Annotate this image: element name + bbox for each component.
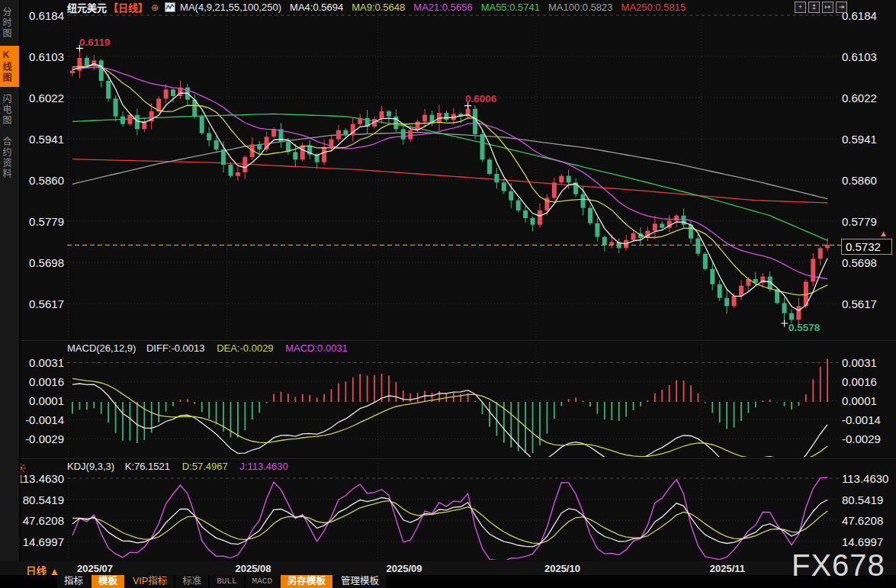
axis-scale-up-icon[interactable]: ↥ [808, 2, 820, 13]
high-annotation-sept: 0.6006 [465, 93, 496, 104]
kdj-label-right: 14.6997 [842, 535, 895, 548]
price-label-right: 0.5941 [842, 133, 895, 146]
bottom-tab-[interactable]: 管理模板 [334, 575, 386, 588]
price-label-left: 0.6103 [21, 50, 64, 63]
price-label-right: 0.5617 [842, 297, 895, 310]
high-annotation-july: 0.6119 [79, 37, 111, 48]
macd-label-left: 0.0031 [21, 356, 64, 369]
ma-chart-icon[interactable] [165, 2, 175, 12]
macd-dea-value: DEA:-0.0029 [217, 342, 273, 354]
price-label-right: 0.6103 [842, 50, 895, 63]
macd-label-right: -0.0014 [842, 413, 895, 426]
chart-header: 纽元美元 【日线】 ⊕ MA(4,9,21,55,100,250) MA4:0.… [67, 2, 686, 13]
macd-label-right: 0.0001 [842, 394, 895, 407]
period-tag[interactable]: 【日线】 [108, 0, 148, 14]
kdj-label-right: 80.5419 [842, 493, 895, 506]
current-price-label: 0.5732 [841, 239, 892, 255]
sidebar-item-tab[interactable]: 闪电图 [0, 90, 19, 130]
month-label: 2025/10 [544, 563, 580, 574]
kdj-j-value: J:113.4630 [239, 461, 287, 472]
sidebar: 分时图K线图闪电图合约资料 [0, 0, 21, 561]
price-label-right: 0.5860 [842, 174, 895, 187]
ma-value-label: MA4:0.5694 [290, 2, 343, 13]
ma-value-label: MA100:0.5823 [548, 2, 613, 13]
ma-value-label: MA55:0.5741 [481, 2, 540, 13]
bottom-tab-[interactable]: 标准 [175, 575, 208, 588]
bottom-tabs-row: 指标模板VIP指标标准BULLMACD另存模板管理模板 [0, 575, 896, 588]
macd-label-left: -0.0014 [21, 413, 64, 426]
ma-value-label: MA250:0.5815 [621, 2, 686, 13]
macd-label-left: 0.0001 [21, 394, 64, 407]
month-label: 2025/09 [386, 563, 422, 574]
price-marker-icon: ▲ [879, 229, 888, 238]
sidebar-item-tab[interactable]: 合约资料 [0, 133, 19, 183]
month-label: 2025/07 [77, 563, 113, 574]
kdj-label-right: 47.6208 [842, 514, 895, 527]
price-label-right: 0.5698 [842, 256, 895, 269]
kdj-label-right: 113.4630 [842, 472, 895, 485]
macd-label-left: 0.0016 [21, 375, 64, 388]
kdj-header: KDJ(9,3,3) K:76.1521 D:57.4967 J:113.463… [67, 461, 288, 472]
ma-value-label: MA21:0.5656 [413, 2, 472, 13]
collapse-panel-icon[interactable]: ⇥ [836, 2, 847, 13]
kdj-d-value: D:57.4967 [182, 461, 228, 472]
macd-panel [72, 358, 827, 466]
kdj-k-value: K:76.1521 [125, 461, 170, 472]
symbol-title: 纽元美元 [67, 0, 107, 14]
price-label-left: 0.5779 [21, 215, 64, 228]
month-label: 2025/11 [710, 563, 745, 574]
bottom-tab-BULL[interactable]: BULL [210, 575, 243, 588]
price-label-left: 0.6022 [21, 92, 64, 104]
price-label-left: 0.5941 [21, 133, 64, 146]
axis-scale-right-icon[interactable]: ↦ [822, 2, 833, 13]
macd-label-right: 0.0031 [842, 356, 895, 369]
bottom-tab-VIP[interactable]: VIP指标 [126, 575, 174, 588]
kdj-panel [72, 477, 827, 561]
low-annotation-nov: 0.5578 [788, 322, 820, 333]
price-label-left: 0.5698 [21, 256, 64, 269]
ma-value-label: MA9:0.5648 [352, 2, 405, 13]
macd-label-right: -0.0029 [842, 432, 895, 445]
macd-title[interactable]: MACD(26,12,9) [67, 342, 136, 354]
price-label-right: 0.6022 [842, 92, 895, 104]
macd-label-left: -0.0029 [21, 432, 64, 445]
macd-hist-value: MACD:0.0031 [285, 342, 348, 354]
bottom-tab-[interactable]: 另存模板 [281, 575, 332, 588]
candlestick-series [70, 48, 830, 327]
watermark: FX678 [792, 548, 885, 583]
chart-canvas[interactable] [0, 0, 896, 588]
bottom-tab-MACD[interactable]: MACD [246, 575, 279, 588]
price-label-left: 0.5617 [21, 297, 64, 310]
macd-label-right: 0.0016 [842, 375, 895, 388]
ma-values: MA4:0.5694MA9:0.5648MA21:0.5656MA55:0.57… [281, 2, 686, 13]
macd-header: MACD(26,12,9) DIFF:-0.0013 DEA:-0.0029 M… [67, 342, 348, 354]
pan-icon[interactable]: + [795, 2, 806, 13]
chart-toolbar: +↥↦⇥ [795, 2, 847, 13]
main-chart-panel [70, 48, 830, 327]
ma-group-label: MA(4,9,21,55,100,250) [180, 2, 281, 13]
price-label-right: 0.5779 [842, 215, 895, 228]
price-label-left: 0.5860 [21, 174, 64, 187]
sidebar-item-tab[interactable]: 分时图 [0, 3, 19, 43]
macd-diff-value: DIFF:-0.0013 [146, 342, 205, 354]
month-label: 2025/08 [235, 563, 271, 574]
sidebar-item-kline-active[interactable]: K线图 [0, 46, 19, 87]
kdj-title[interactable]: KDJ(9,3,3) [67, 461, 114, 472]
bottom-tab-[interactable]: 指标 [57, 575, 90, 588]
price-label-left: 0.6184 [21, 9, 64, 22]
bottom-tab-[interactable]: 模板 [92, 575, 124, 588]
time-axis-row: 日线 ▲ 2025/072025/082025/092025/102025/11 [0, 561, 896, 575]
trading-app: 分时图K线图闪电图合约资料 纽元美元 【日线】 ⊕ MA(4,9,21,55,1… [0, 0, 896, 588]
price-label-right: 0.6184 [842, 9, 895, 22]
link-icon[interactable]: ⊕ [151, 2, 159, 13]
